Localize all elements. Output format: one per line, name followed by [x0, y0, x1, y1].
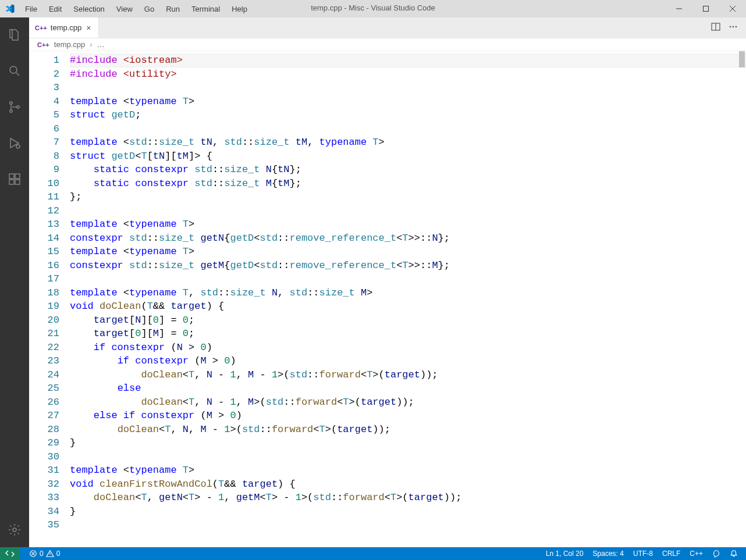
tab-close-icon[interactable]: ×	[85, 23, 92, 33]
breadcrumb-lang-badge: C++	[37, 41, 49, 48]
breadcrumb-file: temp.cpp	[54, 40, 85, 49]
svg-rect-8	[9, 180, 14, 184]
line-number-gutter: 1234567891011121314151617181920212223242…	[29, 51, 70, 547]
svg-rect-9	[15, 180, 20, 184]
problems-status[interactable]: 0 0	[29, 550, 60, 558]
tab-lang-badge: C++	[35, 24, 47, 31]
tab-label: temp.cpp	[51, 23, 81, 32]
svg-point-1	[10, 66, 17, 73]
feedback-icon[interactable]	[712, 550, 720, 558]
extensions-icon[interactable]	[0, 167, 29, 191]
code-content[interactable]: #include <iostream>#include <utility> te…	[70, 51, 746, 547]
notifications-icon[interactable]	[730, 550, 738, 558]
more-actions-icon[interactable]	[729, 22, 738, 33]
svg-point-2	[10, 102, 12, 104]
menu-run[interactable]: Run	[161, 2, 185, 16]
source-control-icon[interactable]	[0, 95, 29, 119]
scrollbar-thumb[interactable]	[739, 51, 745, 67]
activity-bar	[0, 17, 29, 547]
tab-bar: C++ temp.cpp ×	[29, 17, 746, 38]
svg-rect-6	[9, 174, 14, 179]
tab-temp-cpp[interactable]: C++ temp.cpp ×	[29, 17, 99, 38]
menu-bar: File Edit Selection View Go Run Terminal…	[20, 2, 253, 16]
code-editor[interactable]: 1234567891011121314151617181920212223242…	[29, 51, 746, 547]
eol-status[interactable]: CRLF	[662, 550, 680, 558]
menu-edit[interactable]: Edit	[44, 2, 67, 16]
close-button[interactable]	[719, 0, 746, 17]
vscode-logo-icon	[0, 3, 20, 14]
breadcrumb-rest: …	[97, 40, 105, 49]
explorer-icon[interactable]	[0, 23, 29, 47]
maximize-button[interactable]	[692, 0, 719, 17]
language-mode[interactable]: C++	[690, 550, 703, 558]
indent-status[interactable]: Spaces: 4	[593, 550, 624, 558]
menu-selection[interactable]: Selection	[68, 2, 109, 16]
encoding-status[interactable]: UTF-8	[633, 550, 653, 558]
tab-bar-actions	[711, 17, 746, 38]
split-editor-icon[interactable]	[711, 22, 720, 33]
status-bar: 0 0 Ln 1, Col 20 Spaces: 4 UTF-8 CRLF C+…	[0, 547, 746, 560]
menu-terminal[interactable]: Terminal	[186, 2, 225, 16]
title-bar: File Edit Selection View Go Run Terminal…	[0, 0, 746, 17]
svg-point-10	[13, 528, 16, 532]
settings-gear-icon[interactable]	[0, 518, 29, 541]
svg-rect-7	[15, 174, 20, 179]
menu-view[interactable]: View	[111, 2, 138, 16]
search-icon[interactable]	[0, 59, 29, 83]
svg-point-14	[736, 26, 737, 28]
svg-point-3	[10, 110, 12, 112]
minimize-button[interactable]	[666, 0, 692, 17]
svg-point-4	[17, 106, 19, 108]
editor-region: C++ temp.cpp × C++ temp.cpp › … 12345678…	[29, 17, 746, 547]
breadcrumb-separator-icon: ›	[90, 40, 92, 49]
scrollbar-track[interactable]	[738, 51, 746, 547]
svg-point-13	[733, 26, 734, 28]
window-controls	[666, 0, 746, 17]
svg-point-12	[730, 26, 731, 28]
breadcrumb[interactable]: C++ temp.cpp › …	[29, 38, 746, 51]
svg-rect-0	[704, 6, 709, 12]
svg-point-5	[16, 145, 20, 148]
menu-go[interactable]: Go	[139, 2, 159, 16]
run-debug-icon[interactable]	[0, 131, 29, 155]
menu-file[interactable]: File	[20, 2, 42, 16]
remote-indicator-icon[interactable]	[0, 547, 20, 560]
error-count: 0	[40, 550, 44, 558]
cursor-position[interactable]: Ln 1, Col 20	[546, 550, 584, 558]
menu-help[interactable]: Help	[226, 2, 253, 16]
warning-count: 0	[56, 550, 61, 558]
